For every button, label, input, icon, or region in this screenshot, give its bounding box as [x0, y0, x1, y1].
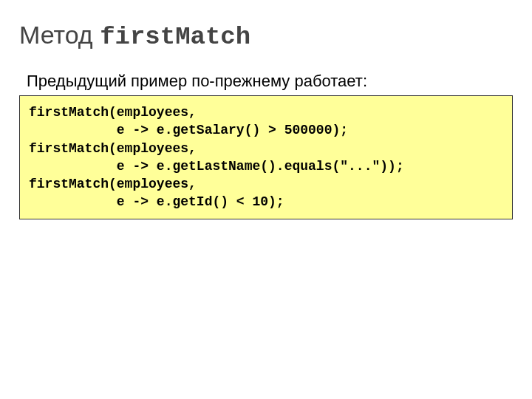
- slide-title: Метод firstMatch: [19, 21, 513, 51]
- title-prefix: Метод: [19, 21, 100, 49]
- slide-subtitle: Предыдущий пример по-прежнему работает:: [27, 72, 513, 91]
- code-block: firstMatch(employees, e -> e.getSalary()…: [19, 95, 513, 219]
- title-method: firstMatch: [100, 23, 250, 51]
- slide: Метод firstMatch Предыдущий пример по-пр…: [0, 0, 532, 399]
